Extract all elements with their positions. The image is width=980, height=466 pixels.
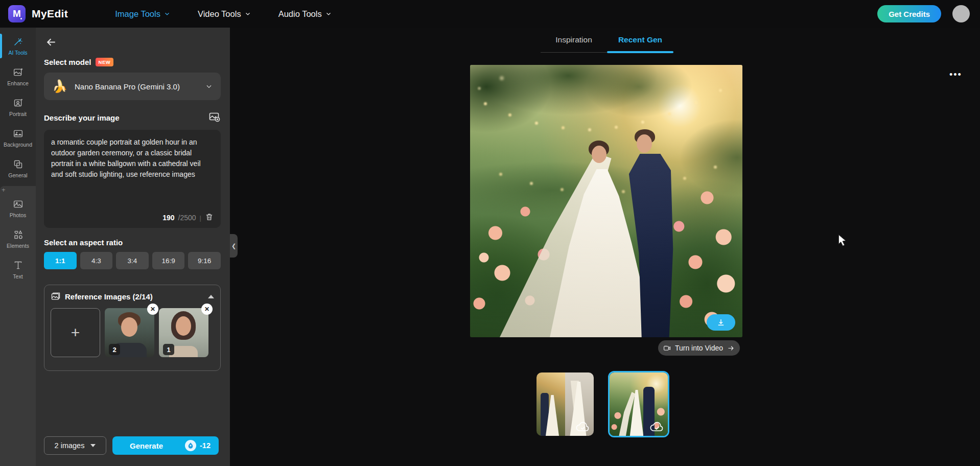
menu-audio-tools[interactable]: Audio Tools xyxy=(278,9,332,19)
menu-video-tools-label: Video Tools xyxy=(198,9,241,19)
tool-rail: AI Tools Enhance Portrait Background Gen… xyxy=(0,28,36,466)
back-button[interactable] xyxy=(44,35,59,51)
rail-item-enhance[interactable]: Enhance xyxy=(0,61,36,92)
ratio-4-3[interactable]: 4:3 xyxy=(80,252,113,269)
thumb-art xyxy=(121,317,137,337)
remove-reference-button[interactable]: ✕ xyxy=(147,304,158,315)
ratio-3-4[interactable]: 3:4 xyxy=(116,252,149,269)
generate-button[interactable]: Generate -12 xyxy=(112,436,219,455)
background-icon xyxy=(13,128,24,139)
add-image-button[interactable] xyxy=(208,111,221,125)
image-count-select[interactable]: 2 images xyxy=(44,436,106,455)
ratio-1-1[interactable]: 1:1 xyxy=(44,252,77,269)
select-model-label: Select model xyxy=(44,58,91,66)
rail-item-general[interactable]: General xyxy=(0,153,36,184)
tab-inspiration[interactable]: Inspiration xyxy=(541,29,607,52)
mouse-cursor xyxy=(838,234,848,248)
ratio-16-9[interactable]: 16:9 xyxy=(152,252,185,269)
clear-prompt-button[interactable] xyxy=(205,213,214,223)
photos-icon xyxy=(13,199,24,209)
menu-video-tools[interactable]: Video Tools xyxy=(198,9,251,19)
credit-coin-icon xyxy=(185,440,196,451)
myedit-logo-icon: M xyxy=(8,5,26,22)
rail-label: Portrait xyxy=(9,111,27,117)
tab-recent-gen[interactable]: Recent Gen xyxy=(607,29,673,52)
chevron-down-icon xyxy=(245,11,251,17)
menu-image-tools-label: Image Tools xyxy=(115,9,160,19)
rail-section-media: + Photos Elements Text xyxy=(0,186,36,466)
reference-images-title: Reference Images (2/14) xyxy=(65,292,153,301)
rail-label: AI Tools xyxy=(8,50,27,56)
aspect-ratio-group: 1:1 4:3 3:4 16:9 9:16 xyxy=(44,252,221,269)
elements-icon xyxy=(13,229,24,240)
gallery-tabs: Inspiration Recent Gen xyxy=(541,29,673,53)
image-plus-icon xyxy=(208,111,221,123)
thumb-art xyxy=(176,316,191,336)
text-icon xyxy=(13,260,24,271)
enhance-icon xyxy=(13,67,24,78)
reference-images-card: Reference Images (2/14) + 2 ✕ 1 ✕ xyxy=(44,285,221,371)
download-button[interactable] xyxy=(707,314,735,331)
download-icon xyxy=(716,318,726,327)
add-reference-button[interactable]: + xyxy=(51,308,100,357)
cloud-synced-icon xyxy=(649,421,665,433)
photo-art-string-lights xyxy=(470,65,472,67)
rail-label: Background xyxy=(4,142,32,148)
ai-tools-icon xyxy=(13,36,24,47)
chevron-down-icon xyxy=(90,444,96,447)
remove-reference-button[interactable]: ✕ xyxy=(201,304,213,315)
panel-collapse-handle[interactable]: ❮ xyxy=(230,234,238,258)
rail-item-background[interactable]: Background xyxy=(0,123,36,153)
photo-art-groom-head xyxy=(637,134,652,153)
ratio-9-16[interactable]: 9:16 xyxy=(188,252,221,269)
reference-thumb-woman[interactable]: 1 ✕ xyxy=(159,308,208,357)
rail-label: General xyxy=(8,172,27,178)
generated-image[interactable] xyxy=(470,65,742,337)
arrow-left-icon xyxy=(45,36,58,49)
reference-number-badge: 1 xyxy=(163,344,174,355)
credit-cost: -12 xyxy=(200,441,211,450)
turn-into-video-button[interactable]: Turn into Video xyxy=(658,340,740,356)
user-avatar[interactable] xyxy=(952,5,970,22)
rail-item-elements[interactable]: Elements xyxy=(0,224,36,254)
rail-item-text[interactable]: Text xyxy=(0,254,36,285)
generator-panel: Select model NEW 🍌 Nano Banana Pro (Gemi… xyxy=(36,28,230,466)
collapse-caret-icon[interactable] xyxy=(208,295,214,298)
get-credits-button[interactable]: Get Credits xyxy=(877,5,941,22)
reference-number-badge: 2 xyxy=(109,344,120,355)
general-icon xyxy=(13,159,24,170)
model-select[interactable]: 🍌 Nano Banana Pro (Gemini 3.0) xyxy=(44,73,221,100)
active-tab-indicator xyxy=(607,51,673,53)
banana-emoji-icon: 🍌 xyxy=(52,80,67,92)
rail-item-ai-tools[interactable]: AI Tools xyxy=(0,31,36,61)
main-menu: Image Tools Video Tools Audio Tools xyxy=(115,9,331,19)
prompt-box: a romantic couple portrait at golden hou… xyxy=(44,130,221,228)
generation-thumbnail-1[interactable] xyxy=(536,372,594,436)
generation-thumbnail-2-selected[interactable] xyxy=(608,371,669,437)
myedit-logo[interactable]: M MyEdit xyxy=(8,5,68,22)
chevron-down-icon xyxy=(164,11,170,17)
menu-audio-tools-label: Audio Tools xyxy=(278,9,322,19)
char-limit: /2500 xyxy=(178,214,196,222)
reference-thumb-man[interactable]: 2 ✕ xyxy=(105,308,154,357)
portrait-icon xyxy=(13,98,24,108)
model-name: Nano Banana Pro (Gemini 3.0) xyxy=(75,82,180,91)
chevron-down-icon xyxy=(325,11,332,17)
menu-image-tools[interactable]: Image Tools xyxy=(115,9,170,19)
aspect-ratio-label: Select an aspect ratio xyxy=(44,238,221,247)
rail-label: Enhance xyxy=(7,80,28,86)
turn-into-video-label: Turn into Video xyxy=(675,344,723,352)
cloud-synced-icon xyxy=(575,421,591,433)
prompt-input[interactable]: a romantic couple portrait at golden hou… xyxy=(51,137,214,207)
char-count: 190 xyxy=(162,214,174,222)
thumb-art xyxy=(536,372,565,436)
rail-label: Photos xyxy=(10,212,27,218)
rail-item-portrait[interactable]: Portrait xyxy=(0,92,36,123)
reference-images-header[interactable]: Reference Images (2/14) xyxy=(51,291,214,301)
describe-label: Describe your image xyxy=(44,113,120,122)
rail-item-photos[interactable]: Photos xyxy=(0,193,36,224)
chevron-down-icon xyxy=(205,83,213,90)
more-options-button[interactable]: ••• xyxy=(949,69,962,80)
reference-images-icon xyxy=(51,291,61,301)
video-camera-icon xyxy=(663,344,671,352)
